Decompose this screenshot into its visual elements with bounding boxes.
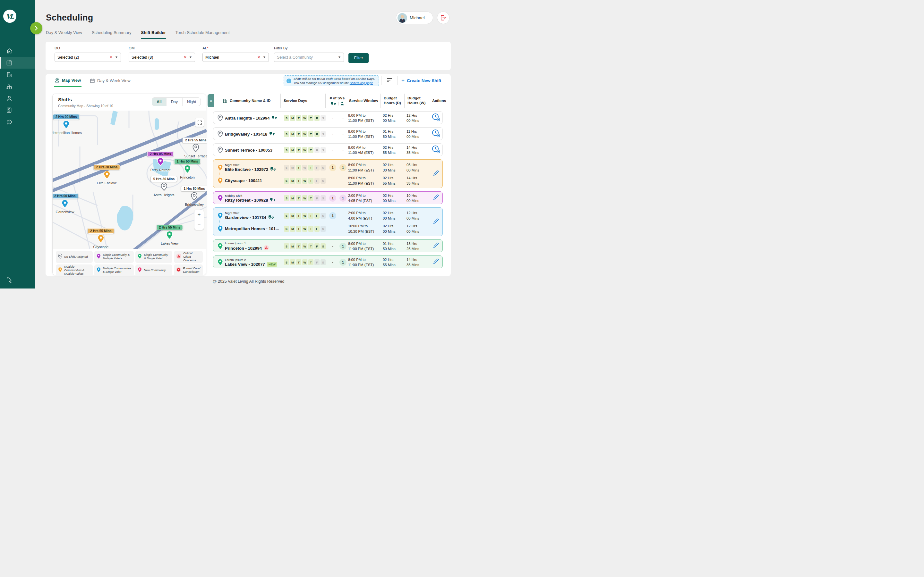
- budget-hours-w-line2: 00 Mins: [407, 229, 432, 234]
- clear-icon[interactable]: ✕: [257, 55, 260, 60]
- al-select[interactable]: Michael ✕ ▼: [202, 53, 269, 62]
- map-pin-label: Metropolitan Homes: [53, 131, 82, 135]
- day-chip: W: [302, 165, 307, 171]
- day-chip: M: [290, 165, 295, 171]
- sv-person-count: -: [338, 132, 348, 136]
- budget-hours-d-line1: 02 Hrs: [383, 175, 407, 181]
- person-icon: [341, 102, 344, 105]
- community-name-text: Ritzy Retreat - 100928: [225, 198, 268, 203]
- view-toolbar: Map View Day & Week View Shifts will be …: [45, 74, 451, 87]
- service-window-line1: 10:00 PM to: [348, 223, 383, 229]
- table-row-line: Night ShiftGardenview - 101734SMTWTFS1-2…: [215, 209, 443, 222]
- sidebar-item-messages[interactable]: [0, 116, 35, 128]
- map-marker-elite-enclave[interactable]: 2 Hrs 30 MinsElite Enclave: [94, 164, 120, 185]
- sidebar-item-communities[interactable]: [0, 69, 35, 81]
- edit-shift-button[interactable]: [433, 218, 439, 226]
- filter-button[interactable]: Filter: [349, 53, 368, 63]
- tab-shift-builder[interactable]: Shift Builder: [141, 30, 166, 39]
- map-marker-princeton[interactable]: 1 Hrs 50 MinsPrinceton: [174, 159, 200, 179]
- sidebar-item-home[interactable]: [0, 45, 35, 57]
- community-name-text: Metropolitan Homes - 101...: [225, 226, 279, 231]
- tab-map-view[interactable]: Map View: [54, 74, 81, 87]
- chevron-down-icon: ▼: [189, 55, 192, 59]
- legend-label: Formal Cure/ Cancellation: [183, 267, 200, 274]
- day-chip: F: [314, 226, 320, 232]
- service-window-line2: 11:00 PM (EST): [348, 181, 383, 186]
- map-marker-lakes-view[interactable]: 2 Hrs 55 MinsLakes View: [157, 225, 183, 245]
- col-budget-w: Budget Hours (W): [404, 93, 430, 108]
- map-marker-ritzy-retreat[interactable]: 2 Hrs 05 MinsRitzy Retreat: [147, 151, 174, 172]
- zoom-out-button[interactable]: −: [194, 220, 204, 230]
- map-pin-orange: [103, 171, 110, 181]
- table-header: Community Name & ID Service Days # of SV…: [213, 93, 443, 108]
- community-name: Lakes View - 102077NEW: [225, 262, 281, 267]
- map-marker-gardenview[interactable]: 2 Hrs 00 MinsGardenview: [53, 193, 78, 214]
- toggle-night[interactable]: Night: [182, 98, 200, 106]
- clear-icon[interactable]: ✕: [184, 55, 187, 60]
- info-icon: [286, 79, 291, 83]
- om-label: OM: [129, 46, 195, 50]
- service-window: 8:00 PM to11:00 PM (EST): [348, 113, 383, 123]
- sidebar-item-reports[interactable]: [0, 104, 35, 116]
- add-schedule-button[interactable]: [431, 113, 440, 123]
- map-marker-bridgevalley[interactable]: 1 Hrs 50 MinsBridgevalley: [181, 186, 207, 206]
- sparkle-icon[interactable]: [6, 276, 13, 284]
- om-select[interactable]: Selected (8) ✕ ▼: [129, 53, 195, 62]
- budget-hours-d: 02 Hrs55 Mins: [383, 175, 407, 186]
- map-marker-sunset-terrace[interactable]: 2 Hrs 55 MinsSunset Terrace: [183, 137, 207, 158]
- community-select[interactable]: Select a Community ▼: [274, 53, 344, 62]
- add-schedule-icon: [431, 129, 440, 137]
- community-name-cell: Night ShiftElite Enclave - 102972: [225, 163, 283, 172]
- shift-connector: [219, 219, 220, 229]
- tab-scheduling-summary[interactable]: Scheduling Summary: [92, 30, 132, 39]
- toggle-all[interactable]: All: [152, 98, 166, 106]
- service-days: SMTWTFS: [283, 226, 328, 232]
- day-chip: S: [320, 226, 326, 232]
- brand-logo: VL: [3, 10, 16, 23]
- add-schedule-button[interactable]: [431, 145, 440, 155]
- col-actions: Actions: [430, 93, 443, 108]
- truck-icon: [269, 132, 275, 137]
- clear-icon[interactable]: ✕: [110, 55, 113, 60]
- add-schedule-icon: [431, 113, 440, 121]
- budget-hours-d-line1: 01 Hrs: [383, 129, 407, 134]
- map-pin-icon: [103, 171, 110, 179]
- community-pin: [215, 259, 225, 266]
- edit-shift-button[interactable]: [433, 242, 439, 250]
- sidebar-item-org[interactable]: [0, 81, 35, 92]
- tab-day-weekly-view[interactable]: Day & Weekly View: [46, 30, 82, 39]
- toggle-day[interactable]: Day: [166, 98, 182, 106]
- day-chip: T: [296, 213, 301, 219]
- sv-person-count: -: [338, 213, 348, 218]
- zoom-in-button[interactable]: +: [194, 210, 204, 220]
- do-select[interactable]: Selected (2) ✕ ▼: [55, 53, 121, 62]
- user-menu[interactable]: Michael: [396, 11, 433, 24]
- map-marker-cityscape[interactable]: 2 Hrs 55 MinsCityscape: [87, 228, 114, 249]
- edit-shift-button[interactable]: [433, 194, 439, 202]
- community-name-cell: Lorem Ipsum 1Princeton - 102994: [225, 242, 283, 251]
- edit-shift-button[interactable]: [433, 170, 439, 178]
- day-chip: S: [320, 178, 326, 184]
- sv-truck-count: -: [328, 244, 338, 248]
- edit-shift-button[interactable]: [433, 258, 439, 266]
- create-new-shift-button[interactable]: + Create New Shift: [401, 74, 441, 87]
- map-marker-metropolitan-homes[interactable]: 2 Hrs 00 MinsMetropolitan Homes: [53, 114, 82, 135]
- scheduling-page-link[interactable]: Scheduling page: [350, 81, 373, 85]
- logout-button[interactable]: [437, 11, 449, 24]
- add-schedule-button[interactable]: [431, 129, 440, 139]
- community-map[interactable]: 2 Hrs 00 MinsMetropolitan Homes2 Hrs 55 …: [53, 111, 207, 249]
- plus-icon: +: [401, 77, 405, 84]
- sidebar-item-scheduling[interactable]: [0, 57, 35, 69]
- truck-icon: [270, 198, 276, 201]
- tab-day-week-view[interactable]: Day & Week View: [90, 74, 131, 87]
- community-name: Cityscape - 100411: [225, 178, 281, 183]
- map-marker-astra-heights[interactable]: 5 Hrs 30 MinsAstra Heights: [151, 176, 177, 197]
- sidebar-item-users[interactable]: [0, 92, 35, 104]
- day-chip: F: [314, 165, 320, 171]
- filter-sort-icon[interactable]: [387, 78, 392, 83]
- sidebar-expand-button[interactable]: [30, 22, 42, 34]
- tab-torch-schedule-management[interactable]: Torch Schedule Management: [176, 30, 230, 39]
- map-fullscreen-button[interactable]: [195, 118, 204, 127]
- budget-hours-w: 14 Hrs35 Mins: [407, 145, 432, 155]
- service-window-line2: 11:00 PM (EST): [348, 246, 383, 251]
